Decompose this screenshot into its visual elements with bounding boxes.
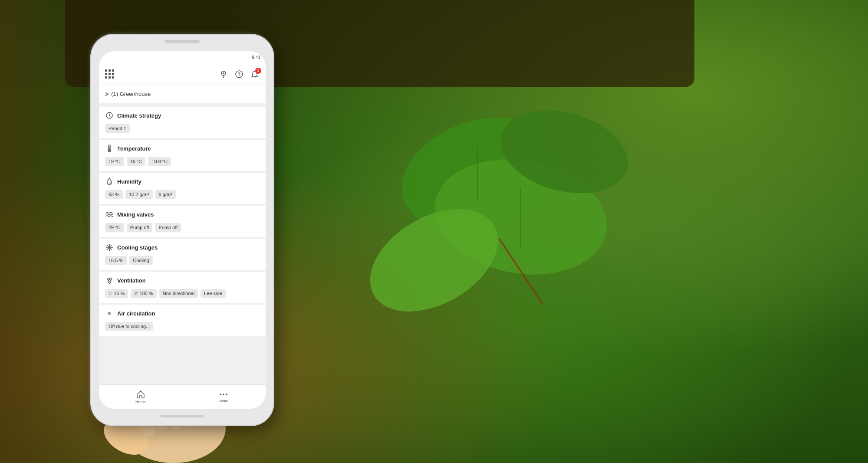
vent-badge-3: Non directional <box>159 289 198 298</box>
grid-menu-icon[interactable] <box>105 69 114 79</box>
air-circulation-values: Off due to cooling... <box>99 320 266 336</box>
temp-badge-3: 18.9 °C <box>148 157 171 166</box>
svg-point-30 <box>108 312 110 314</box>
ventilation-values: 1: 16 % 2: 100 % Non directional Lee sid… <box>99 287 266 303</box>
mixing-values: 29 °C Pump off Pump off <box>99 221 266 237</box>
section-temperature[interactable]: Temperature 19 °C 16 °C 18.9 °C <box>99 140 266 171</box>
cooling-badge-1: 16.5 % <box>105 256 127 265</box>
mixing-icon <box>105 210 114 219</box>
more-icon: ••• <box>220 391 229 398</box>
status-bar: 9:41 <box>99 51 266 63</box>
svg-rect-17 <box>109 146 110 149</box>
cooling-icon <box>105 243 114 252</box>
climate-strategy-values: Period 1 <box>99 122 266 138</box>
vent-badge-1: 1: 16 % <box>105 289 128 298</box>
period-badge: Period 1 <box>105 124 130 133</box>
humidity-icon <box>105 177 114 186</box>
help-icon[interactable]: ? <box>234 69 244 79</box>
status-time: 9:41 <box>252 55 260 60</box>
section-humidity[interactable]: Humidity 63 % 10.2 g/m³ 6 g/m³ <box>99 173 266 204</box>
section-cooling-stages[interactable]: Cooling stages 16.5 % Cooling <box>99 239 266 270</box>
breadcrumb[interactable]: > (1) Greenhouse <box>99 85 266 103</box>
svg-point-8 <box>223 72 224 74</box>
content-scroll[interactable]: Climate strategy Period 1 <box>99 103 266 384</box>
section-climate-strategy[interactable]: Climate strategy Period 1 <box>99 107 266 138</box>
vent-badge-2: 2: 100 % <box>131 289 156 298</box>
tab-home[interactable]: Home <box>99 390 182 404</box>
ventilation-icon <box>105 276 114 285</box>
section-temperature-header: Temperature <box>99 140 266 155</box>
humidity-badge-1: 63 % <box>105 190 123 199</box>
cooling-stages-title: Cooling stages <box>117 244 158 251</box>
section-mixing-valves[interactable]: Mixing valves 29 °C Pump off Pump off <box>99 206 266 237</box>
svg-point-20 <box>110 183 111 184</box>
thermometer-icon <box>105 144 114 153</box>
temperature-title: Temperature <box>117 145 151 152</box>
svg-text:?: ? <box>238 72 240 77</box>
air-badge-1: Off due to cooling... <box>105 322 153 331</box>
tab-bar: Home ••• More <box>99 384 266 409</box>
air-circulation-icon <box>105 309 114 318</box>
home-tab-label: Home <box>135 400 146 404</box>
notification-icon[interactable] <box>250 69 260 79</box>
section-ventilation[interactable]: Ventilation 1: 16 % 2: 100 % Non directi… <box>99 272 266 303</box>
ventilation-title: Ventilation <box>117 277 146 284</box>
svg-point-19 <box>108 150 110 151</box>
section-humidity-header: Humidity <box>99 173 266 188</box>
phone-device: 9:41 <box>91 35 273 425</box>
section-climate-header: Climate strategy <box>99 107 266 122</box>
nav-bar: ? <box>99 63 266 85</box>
cooling-badge-2: Cooling <box>129 256 152 265</box>
section-ventilation-header: Ventilation <box>99 272 266 287</box>
humidity-values: 63 % 10.2 g/m³ 6 g/m³ <box>99 188 266 204</box>
more-tab-label: More <box>220 399 229 403</box>
humidity-title: Humidity <box>117 178 141 185</box>
section-mixing-header: Mixing valves <box>99 206 266 221</box>
home-icon <box>136 390 145 399</box>
breadcrumb-text: (1) Greenhouse <box>111 91 151 97</box>
cooling-values: 16.5 % Cooling <box>99 254 266 270</box>
vent-badge-4: Lee side <box>201 289 226 298</box>
svg-line-15 <box>109 115 111 116</box>
humidity-badge-3: 6 g/m³ <box>155 190 176 199</box>
climate-strategy-title: Climate strategy <box>117 112 161 119</box>
nav-icons: ? <box>219 69 260 79</box>
section-gap <box>99 103 266 107</box>
humidity-badge-2: 10.2 g/m³ <box>125 190 152 199</box>
temp-badge-2: 16 °C <box>127 157 146 166</box>
temp-badge-1: 19 °C <box>105 157 124 166</box>
breadcrumb-chevron: > <box>105 91 108 98</box>
air-circulation-title: Air circulation <box>117 310 155 317</box>
temperature-values: 19 °C 16 °C 18.9 °C <box>99 155 266 171</box>
section-air-circulation[interactable]: Air circulation Off due to cooling... <box>99 305 266 336</box>
tab-more[interactable]: ••• More <box>182 391 266 403</box>
mixing-valves-title: Mixing valves <box>117 211 154 218</box>
mixing-badge-2: Pump off <box>127 223 153 232</box>
phone-screen: 9:41 <box>99 51 266 409</box>
clock-icon <box>105 111 114 120</box>
mixing-badge-3: Pump off <box>155 223 181 232</box>
location-icon[interactable] <box>219 69 228 79</box>
mixing-badge-1: 29 °C <box>105 223 124 232</box>
section-cooling-header: Cooling stages <box>99 239 266 254</box>
section-air-header: Air circulation <box>99 305 266 320</box>
